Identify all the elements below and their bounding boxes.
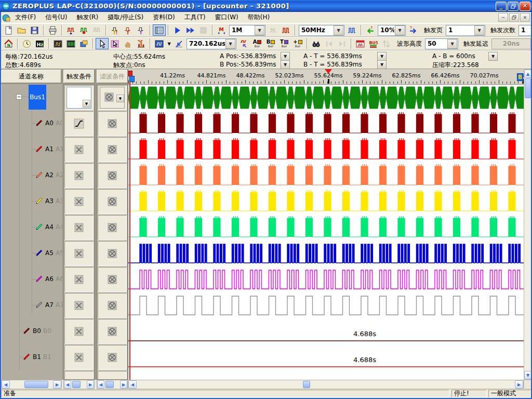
b-bar-marker[interactable]: B xyxy=(517,73,523,81)
channel-row-A6[interactable]: A6A6 xyxy=(2,266,62,292)
channel-name-label[interactable]: B1 xyxy=(33,353,41,361)
pen-icon[interactable] xyxy=(22,353,31,363)
goto-a-bar-button[interactable]: ABar xyxy=(250,38,264,49)
a-b-dropdown[interactable]: ▼ xyxy=(488,52,498,61)
channel-name-label[interactable]: A5 xyxy=(45,249,54,257)
waveform-mode-button[interactable] xyxy=(153,38,166,49)
save-file-button[interactable] xyxy=(28,24,41,36)
scroll-right-icon[interactable]: ▶ xyxy=(515,380,523,389)
waveform-mode-dropdown[interactable]: ▼ xyxy=(166,38,172,49)
waveform-row-A6[interactable] xyxy=(128,267,524,292)
scroll-right-icon[interactable]: ▶ xyxy=(120,380,127,389)
filter-condition-cell-A5[interactable] xyxy=(98,241,127,266)
sample-rate-select[interactable]: 50MHz▼ xyxy=(299,25,344,36)
menu-item-7[interactable]: 帮助(H) xyxy=(243,12,274,23)
channel-row-A0[interactable]: A0A0 xyxy=(2,110,62,136)
chevron-down-icon[interactable]: ▼ xyxy=(334,25,343,35)
post-trigger-button[interactable]: T xyxy=(407,24,420,36)
find-button[interactable] xyxy=(310,38,323,49)
waveform-row-B1[interactable]: 4.688s xyxy=(128,344,524,370)
chevron-down-icon[interactable]: ▼ xyxy=(225,39,235,49)
wave-height-select[interactable]: 50▼ xyxy=(425,38,458,49)
waveform-row-A3[interactable] xyxy=(128,189,524,215)
new-file-button[interactable] xyxy=(2,24,15,36)
channel-name-label[interactable]: B0 xyxy=(33,327,41,335)
scrollbar-thumb[interactable] xyxy=(525,78,531,98)
trigger-condition-cell-A3[interactable] xyxy=(64,189,94,214)
time-ruler[interactable]: 41.22ms44.821ms48.422ms52.023ms55.624ms5… xyxy=(128,69,524,85)
filter-condition-cell-Bus1[interactable]: ▼ xyxy=(98,85,127,110)
channel-name-label[interactable]: A1 xyxy=(45,145,54,153)
scroll-right-icon[interactable]: ▶ xyxy=(53,380,61,389)
channel-row-A1[interactable]: A1A1 xyxy=(2,136,62,162)
waveform-row-A2[interactable] xyxy=(128,163,524,189)
bus-analysis-button[interactable] xyxy=(153,24,166,36)
scrollbar-thumb[interactable] xyxy=(303,381,310,388)
waveform-hscrollbar[interactable]: ◀ ▶ xyxy=(128,380,524,389)
channel-name-label[interactable]: A6 xyxy=(45,275,54,283)
waveform-row-A1[interactable] xyxy=(128,137,524,163)
repeat-run-button[interactable] xyxy=(184,24,197,36)
filter-condition-cell-A7[interactable] xyxy=(98,293,127,318)
minimize-button[interactable]: _ xyxy=(496,2,507,11)
filter-column-hscrollbar[interactable]: ◀ ▶ xyxy=(97,380,128,389)
filter-condition-cell-B1[interactable] xyxy=(98,345,127,370)
scrollbar-thumb[interactable] xyxy=(72,381,81,388)
trigger-mark-button[interactable]: T xyxy=(135,24,148,36)
scroll-right-icon[interactable]: ▶ xyxy=(87,380,94,389)
trigger-condition-cell-A0[interactable] xyxy=(64,111,94,136)
chevron-down-icon[interactable]: ▼ xyxy=(83,100,90,108)
menu-item-5[interactable]: 工具(T) xyxy=(180,12,210,23)
menu-item-1[interactable]: 信号(U) xyxy=(41,12,72,23)
channel-name-label[interactable]: A4 xyxy=(45,223,54,231)
waveform-row-Bus1[interactable] xyxy=(128,85,524,111)
goto-t-bar-button[interactable]: TBar xyxy=(277,38,291,49)
trigger-condition-cell-B1[interactable] xyxy=(64,345,94,370)
channel-setup-button[interactable] xyxy=(77,24,90,36)
a-t-dropdown[interactable]: ▼ xyxy=(377,52,387,61)
filter-condition-cell-A1[interactable] xyxy=(98,137,127,162)
pen-icon[interactable] xyxy=(35,275,43,285)
channel-name-label[interactable]: A0 xyxy=(45,119,54,127)
pen-icon[interactable] xyxy=(35,145,43,155)
select-cursor-button[interactable] xyxy=(96,38,109,49)
trigger-condition-cell-A2[interactable] xyxy=(64,163,94,188)
channel-name-label[interactable]: A2 xyxy=(45,171,54,179)
navigator-window-button[interactable] xyxy=(77,38,90,49)
pen-icon[interactable] xyxy=(35,249,43,259)
hand-tool-button[interactable] xyxy=(122,38,135,49)
external-clock-button[interactable] xyxy=(345,24,358,36)
b-pos-dropdown[interactable]: ▼ xyxy=(281,60,290,69)
trigger-condition-cell-B0[interactable] xyxy=(64,319,94,344)
a-pos-dropdown[interactable]: ▼ xyxy=(281,52,290,61)
run-button[interactable] xyxy=(171,24,184,36)
channel-row-A7[interactable]: A7A7 xyxy=(2,292,62,318)
scroll-left-icon[interactable]: ◀ xyxy=(97,380,104,389)
internal-clock-button[interactable] xyxy=(280,24,292,36)
single-trigger-button[interactable]: T xyxy=(122,24,135,36)
channel-row-A2[interactable]: A2A2 xyxy=(2,162,62,188)
waveform-area[interactable]: 41.22ms44.821ms48.422ms52.023ms55.624ms5… xyxy=(128,69,524,380)
waveform-row-A5[interactable] xyxy=(128,241,524,267)
scroll-left-icon[interactable]: ◀ xyxy=(2,380,10,389)
a-bar-line[interactable] xyxy=(129,76,130,380)
filter-condition-cell-A3[interactable] xyxy=(98,189,127,214)
channel-name-label[interactable]: A7 xyxy=(45,301,54,309)
menu-item-0[interactable]: 文件(F) xyxy=(10,12,41,23)
scroll-down-icon[interactable]: ▼ xyxy=(524,371,531,379)
trigger-position-select[interactable]: 10%▼ xyxy=(378,25,406,36)
filter-condition-cell-B0[interactable] xyxy=(98,319,127,344)
chevron-down-icon[interactable]: ▼ xyxy=(447,39,457,49)
bus-trigger-button[interactable]: T! xyxy=(109,24,122,36)
channel-row-A4[interactable]: A4A4 xyxy=(2,214,62,240)
waveform-row-A7[interactable] xyxy=(128,292,524,318)
scroll-left-icon[interactable]: ◀ xyxy=(64,380,71,389)
trigger-condition-cell-A6[interactable] xyxy=(64,267,94,292)
mdi-close-button[interactable]: ✕ xyxy=(520,13,530,22)
zoom-fit-button[interactable] xyxy=(172,38,185,49)
chevron-down-icon[interactable]: ▼ xyxy=(116,95,124,102)
waveform-row-A4[interactable] xyxy=(128,215,524,241)
filter-condition-cell-A2[interactable] xyxy=(98,163,127,188)
note-cursor-button[interactable] xyxy=(109,38,122,49)
trigger-condition-cell-Bus1[interactable]: ▼ xyxy=(64,85,94,110)
